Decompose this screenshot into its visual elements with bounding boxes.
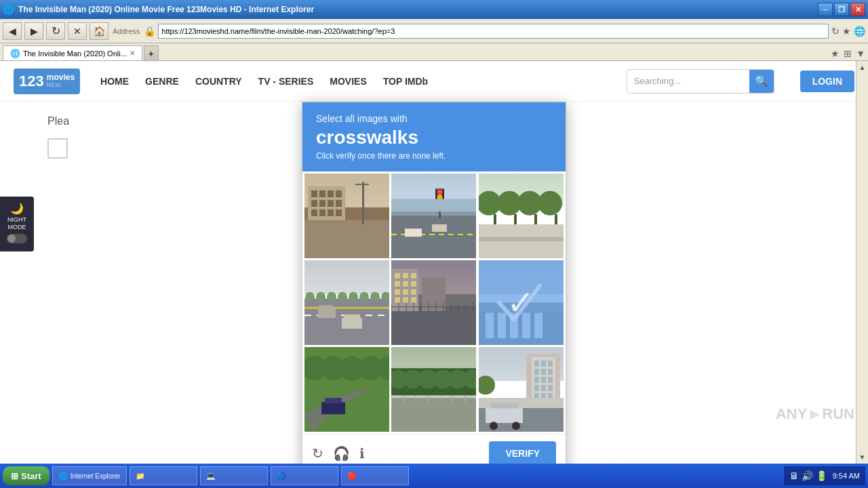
captcha-audio-button[interactable]: 🎧 — [333, 445, 350, 462]
captcha-image-8[interactable] — [391, 347, 476, 432]
anyrun-play-icon: ▶ — [810, 407, 819, 422]
captcha-image-2[interactable] — [391, 174, 476, 258]
captcha-footer: ↻ 🎧 ℹ VERIFY — [302, 434, 566, 464]
home-button[interactable]: 🏠 — [90, 22, 108, 40]
folder-icon: 📁 — [136, 472, 145, 481]
tab-label: The Invisible Man (2020) Onli... — [23, 49, 127, 58]
captcha-modal: Select all images with crosswalks Click … — [302, 102, 566, 464]
captcha-word: crosswalks — [316, 127, 552, 148]
captcha-image-1[interactable] — [304, 174, 389, 258]
battery-icon: 🔋 — [816, 470, 827, 481]
close-button[interactable]: ✕ — [850, 3, 865, 16]
add-tab-icon[interactable]: ⊞ — [844, 48, 852, 59]
window-icon: 🌐 — [3, 4, 14, 15]
captcha-image-9[interactable] — [479, 347, 564, 432]
captcha-header: Select all images with crosswalks Click … — [302, 102, 566, 171]
forward-button[interactable]: ▶ — [24, 22, 43, 40]
address-bar: ◀ ▶ ↻ ✕ 🏠 Address 🔒 ↻ ★ 🌐 — [0, 19, 868, 43]
search-input[interactable] — [627, 76, 749, 86]
site-logo[interactable]: 123 movies hd.sc — [14, 68, 80, 94]
title-bar: 🌐 The Invisible Man (2020) Online Movie … — [0, 0, 868, 19]
start-icon: ⊞ — [11, 471, 18, 481]
tab-close-icon[interactable]: ✕ — [130, 49, 135, 57]
browser-tab-active[interactable]: 🌐 The Invisible Man (2020) Onli... ✕ — [3, 45, 142, 60]
captcha-checkbox[interactable] — [47, 138, 68, 159]
login-button[interactable]: LOGIN — [800, 70, 854, 92]
taskbar-folder-program[interactable]: 📁 — [130, 466, 197, 485]
anyrun-watermark: ANY ▶ RUN — [776, 405, 854, 423]
network-icon: 🖥 — [789, 470, 799, 481]
search-box: 🔍 — [627, 69, 774, 94]
night-mode-toggle[interactable]: 🌙 NIGHTMODE — [0, 197, 34, 251]
start-button[interactable]: ⊞ Start — [3, 466, 50, 485]
taskbar-computer-program[interactable]: 💻 — [200, 466, 268, 485]
anyrun-text: ANY — [776, 405, 807, 423]
captcha-sub-instruction: Click verify once there are none left. — [316, 151, 552, 161]
captcha-image-5[interactable] — [391, 260, 476, 345]
logo-hd: hd.sc — [47, 82, 75, 89]
captcha-image-7[interactable] — [304, 347, 389, 432]
captcha-image-grid — [302, 171, 566, 434]
refresh-addr-icon[interactable]: ↻ — [831, 26, 840, 37]
computer-icon: 💻 — [206, 472, 216, 481]
site-header: 123 movies hd.sc HOME GENRE COUNTRY TV -… — [0, 61, 868, 102]
chrome-icon: 🔵 — [277, 472, 286, 481]
minimize-button[interactable]: ─ — [818, 3, 833, 16]
lock-icon: 🔒 — [144, 26, 155, 37]
favorites-icon[interactable]: ★ — [831, 48, 840, 59]
scroll-down-icon[interactable]: ▼ — [859, 453, 866, 461]
captcha-image-4[interactable] — [304, 260, 389, 345]
clock: 9:54 AM — [833, 472, 860, 480]
system-tray: 🖥 🔊 🔋 9:54 AM — [784, 466, 865, 485]
ie-icon: 🌐 — [58, 472, 68, 481]
volume-icon: 🔊 — [802, 470, 813, 481]
address-icons: ↻ ★ 🌐 — [831, 26, 865, 37]
browser-content: ▲ ▼ 123 movies hd.sc HOME GENRE COUNTRY … — [0, 61, 868, 464]
refresh-button[interactable]: ↻ — [46, 22, 65, 40]
search-button[interactable]: 🔍 — [749, 69, 774, 94]
nav-genre[interactable]: GENRE — [145, 76, 179, 87]
address-input[interactable] — [158, 24, 829, 39]
taskbar-ie-program[interactable]: 🌐 Internet Explorer — [52, 466, 127, 485]
please-text: Plea — [47, 115, 69, 127]
taskbar-antivirus-program[interactable]: 🔴 — [341, 466, 409, 485]
nav-top-imdb[interactable]: TOP IMDb — [383, 76, 428, 87]
new-tab-button[interactable]: + — [144, 45, 159, 60]
scroll-up-icon[interactable]: ▲ — [859, 64, 866, 71]
captcha-refresh-button[interactable]: ↻ — [312, 445, 323, 462]
captcha-instruction: Select all images with — [316, 113, 552, 124]
captcha-info-button[interactable]: ℹ — [359, 445, 365, 462]
captcha-image-6[interactable] — [479, 260, 564, 345]
taskbar-chrome-program[interactable]: 🔵 — [271, 466, 338, 485]
night-mode-label: NIGHTMODE — [3, 216, 31, 231]
window-title: The Invisible Man (2020) Online Movie Fr… — [18, 5, 818, 14]
anyrun-run-text: RUN — [822, 405, 854, 423]
nav-home[interactable]: HOME — [100, 76, 129, 87]
captcha-image-3[interactable] — [479, 174, 564, 258]
stop-button[interactable]: ✕ — [68, 22, 87, 40]
taskbar: ⊞ Start 🌐 Internet Explorer 📁 💻 🔵 🔴 🖥 🔊 … — [0, 464, 868, 488]
verify-button[interactable]: VERIFY — [489, 441, 556, 464]
ie-logo-icon: 🌐 — [854, 26, 865, 37]
scrollbar[interactable]: ▲ ▼ — [856, 61, 868, 464]
night-mode-switch[interactable] — [7, 234, 27, 243]
logo-123: 123 — [19, 73, 44, 90]
start-label: Start — [21, 471, 41, 481]
captcha-action-buttons: ↻ 🎧 ℹ — [312, 445, 365, 462]
tabs-bar: 🌐 The Invisible Man (2020) Onli... ✕ + ★… — [0, 43, 868, 61]
nav-movies[interactable]: MOVIES — [330, 76, 366, 87]
shield-icon: 🔴 — [347, 472, 357, 481]
back-button[interactable]: ◀ — [3, 22, 22, 40]
ie-label: Internet Explorer — [71, 472, 121, 480]
star-icon[interactable]: ★ — [842, 26, 851, 37]
toggle-knob — [7, 235, 16, 243]
moon-icon: 🌙 — [3, 202, 31, 215]
window-controls: ─ ❐ ✕ — [818, 3, 865, 16]
site-nav: HOME GENRE COUNTRY TV - SERIES MOVIES TO… — [100, 76, 606, 87]
restore-button[interactable]: ❐ — [834, 3, 849, 16]
nav-country[interactable]: COUNTRY — [195, 76, 242, 87]
nav-tv-series[interactable]: TV - SERIES — [258, 76, 314, 87]
tab-icon: 🌐 — [10, 49, 20, 58]
quick-tabs-icon[interactable]: ▼ — [856, 48, 865, 59]
